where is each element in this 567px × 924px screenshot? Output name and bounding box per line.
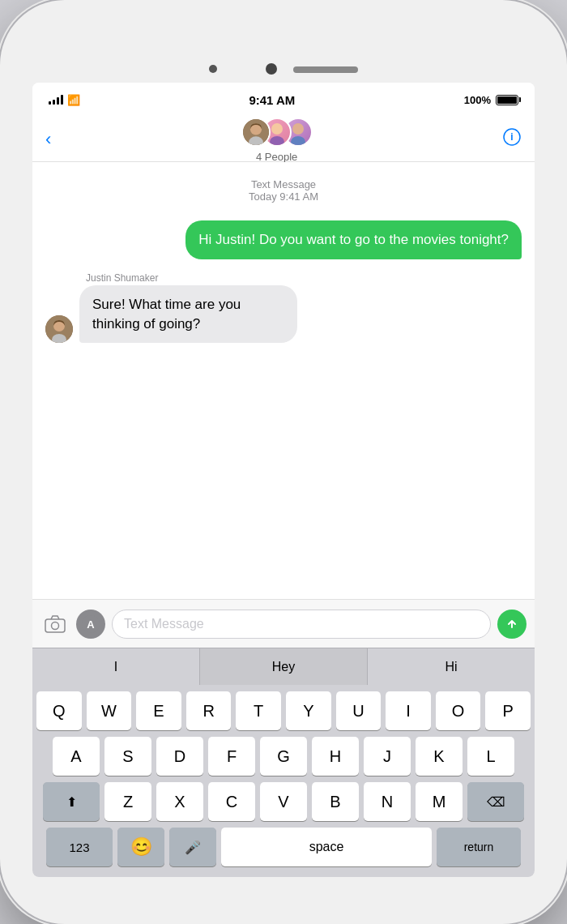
app-button[interactable]: A — [76, 610, 105, 639]
key-Z[interactable]: Z — [104, 782, 151, 821]
outgoing-text: Hi Justin! Do you want to go to the movi… — [198, 232, 509, 247]
key-H[interactable]: H — [312, 737, 359, 776]
svg-point-6 — [291, 136, 305, 145]
info-button[interactable]: i — [502, 127, 522, 151]
keyboard: Q W E R T Y U I O P A S D F G H J K — [32, 685, 535, 877]
key-J[interactable]: J — [364, 737, 411, 776]
keyboard-row-2: A S D F G H J K L — [36, 737, 531, 776]
key-V[interactable]: V — [260, 782, 307, 821]
emoji-key[interactable]: 😊 — [117, 828, 164, 866]
key-P[interactable]: P — [485, 691, 531, 730]
screen: 📶 9:41 AM 100% ‹ — [32, 83, 535, 877]
svg-point-5 — [292, 123, 304, 135]
return-key[interactable]: return — [437, 828, 521, 866]
keyboard-row-1: Q W E R T Y U I O P — [36, 691, 531, 730]
numbers-key[interactable]: 123 — [46, 828, 113, 866]
key-E[interactable]: E — [136, 691, 181, 730]
text-input[interactable]: Text Message — [112, 610, 491, 639]
keyboard-row-4: 123 😊 🎤 space return — [36, 828, 531, 866]
incoming-message: Sure! What time are you thinking of goin… — [45, 285, 365, 344]
group-name: 4 People — [256, 151, 297, 163]
sender-avatar-svg — [45, 315, 73, 343]
sender-avatar — [45, 315, 73, 343]
message-time: Today 9:41 AM — [45, 190, 522, 203]
key-B[interactable]: B — [312, 782, 359, 821]
message-type: Text Message — [45, 178, 522, 190]
predictive-bar: I Hey Hi — [32, 648, 535, 685]
message-timestamp: Text Message Today 9:41 AM — [45, 178, 522, 203]
key-A[interactable]: A — [53, 737, 100, 776]
predictive-item-1[interactable]: Hey — [200, 648, 368, 685]
camera-icon — [45, 615, 66, 633]
key-S[interactable]: S — [104, 737, 151, 776]
predictive-item-0[interactable]: I — [32, 648, 200, 685]
key-D[interactable]: D — [156, 737, 203, 776]
key-N[interactable]: N — [364, 782, 411, 821]
key-L[interactable]: L — [467, 737, 514, 776]
status-time: 9:41 AM — [249, 93, 295, 107]
key-X[interactable]: X — [156, 782, 203, 821]
send-icon — [505, 617, 519, 631]
key-T[interactable]: T — [236, 691, 281, 730]
navigation-bar: ‹ — [32, 117, 535, 162]
speaker-dot — [209, 65, 217, 73]
battery-percent: 100% — [464, 94, 491, 106]
phone-frame: 📶 9:41 AM 100% ‹ — [0, 0, 567, 924]
incoming-bubble[interactable]: Sure! What time are you thinking of goin… — [79, 285, 297, 344]
key-I[interactable]: I — [386, 691, 431, 730]
predictive-item-2[interactable]: Hi — [368, 648, 535, 685]
key-Q[interactable]: Q — [36, 691, 82, 730]
status-bar: 📶 9:41 AM 100% — [32, 83, 535, 117]
text-input-placeholder: Text Message — [124, 617, 204, 631]
key-R[interactable]: R — [186, 691, 232, 730]
back-button[interactable]: ‹ — [45, 129, 51, 150]
camera-button[interactable] — [40, 610, 70, 639]
key-F[interactable]: F — [208, 737, 255, 776]
svg-point-13 — [52, 622, 59, 629]
input-bar: A Text Message — [32, 599, 535, 648]
battery-fill — [497, 96, 517, 104]
sender-name: Justin Shumaker — [86, 272, 158, 284]
svg-rect-12 — [45, 619, 65, 632]
messages-area[interactable]: Text Message Today 9:41 AM Hi Justin! Do… — [32, 162, 535, 599]
wifi-icon: 📶 — [67, 94, 80, 106]
shift-key[interactable]: ⬆ — [43, 782, 100, 821]
avatar-justin-svg — [243, 118, 269, 147]
appstore-icon: A — [82, 615, 100, 633]
key-O[interactable]: O — [436, 691, 481, 730]
svg-text:A: A — [87, 618, 95, 631]
key-W[interactable]: W — [87, 691, 132, 730]
speaker-grille — [293, 66, 358, 73]
key-G[interactable]: G — [260, 737, 307, 776]
mic-key[interactable]: 🎤 — [169, 828, 216, 866]
keyboard-row-3: ⬆ Z X C V B N M ⌫ — [36, 782, 531, 821]
incoming-message-wrap: Justin Shumaker Sure! What time are you … — [45, 272, 522, 344]
info-icon: i — [502, 127, 522, 147]
nav-center: 4 People — [241, 115, 313, 163]
avatar-justin — [241, 118, 271, 147]
key-C[interactable]: C — [208, 782, 255, 821]
send-button[interactable] — [497, 610, 526, 639]
incoming-text: Sure! What time are you thinking of goin… — [92, 297, 241, 332]
signal-icon — [49, 95, 63, 105]
svg-text:i: i — [510, 131, 513, 143]
outgoing-message: Hi Justin! Do you want to go to the movi… — [45, 220, 522, 259]
battery-icon — [496, 95, 518, 105]
key-U[interactable]: U — [336, 691, 382, 730]
phone-top-bar — [0, 47, 567, 83]
svg-point-4 — [270, 136, 284, 145]
key-Y[interactable]: Y — [286, 691, 331, 730]
key-K[interactable]: K — [416, 737, 463, 776]
svg-point-3 — [271, 123, 283, 135]
status-left: 📶 — [49, 94, 80, 106]
outgoing-bubble[interactable]: Hi Justin! Do you want to go to the movi… — [185, 220, 522, 259]
status-right: 100% — [464, 94, 518, 106]
avatar-group — [241, 115, 313, 149]
backspace-key[interactable]: ⌫ — [467, 782, 524, 821]
key-M[interactable]: M — [416, 782, 463, 821]
space-key[interactable]: space — [221, 828, 432, 866]
front-camera — [266, 63, 277, 75]
